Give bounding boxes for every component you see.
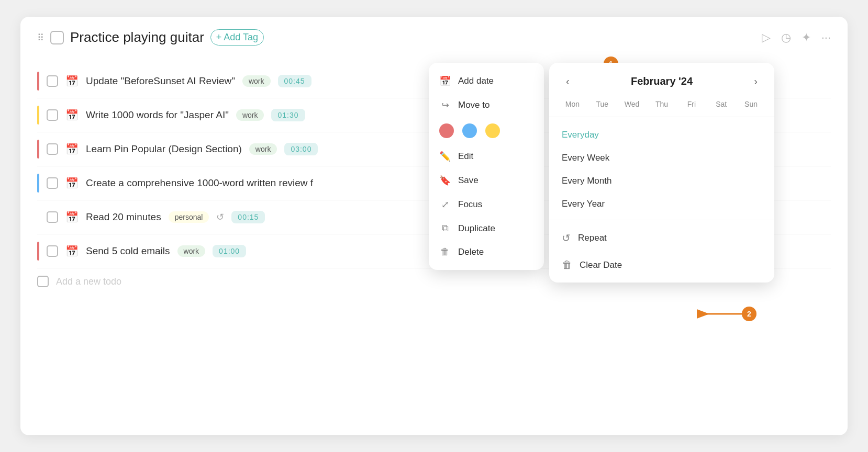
divider	[549, 117, 774, 117]
day-label-fri: Fri	[676, 98, 706, 110]
play-icon[interactable]: ▷	[762, 31, 771, 44]
repeat-option-every-year[interactable]: Every Year	[549, 193, 774, 216]
context-menu-save[interactable]: 🔖 Save	[429, 168, 544, 193]
context-menu-duplicate-label: Duplicate	[458, 223, 495, 234]
delete-icon: 🗑	[439, 246, 451, 257]
task-name: Create a comprehensive 1000-word written…	[86, 177, 313, 189]
task-time: 01:30	[271, 109, 305, 121]
day-label-thu: Thu	[647, 98, 677, 110]
drag-handle-icon[interactable]: ⠿	[37, 32, 44, 43]
repeat-label: Repeat	[578, 233, 607, 243]
calendar-add-icon: 📅	[439, 75, 451, 87]
calendar-icon: 📅	[65, 245, 79, 257]
add-todo-placeholder: Add a new todo	[56, 276, 121, 287]
repeat-option-everyday[interactable]: Everyday	[549, 123, 774, 146]
priority-bar	[37, 72, 39, 91]
calendar-days-header: Mon Tue Wed Thu Fri Sat Sun	[549, 94, 774, 112]
task-tag-personal[interactable]: personal	[169, 211, 209, 223]
clear-date-icon: 🗑	[562, 259, 572, 271]
color-picker-row	[429, 117, 544, 144]
context-menu-delete-label: Delete	[458, 247, 484, 257]
calendar-icon: 📅	[65, 177, 79, 189]
context-menu-move-to-label: Move to	[458, 100, 489, 110]
task-checkbox[interactable]	[47, 143, 58, 155]
color-dot-red[interactable]	[439, 123, 454, 138]
annotation-arrow-2: 2	[691, 303, 753, 324]
task-time: 00:45	[278, 75, 311, 87]
context-menu: 📅 Add date ↪ Move to ✏️ Edit 🔖 Save ⤢ Fo…	[429, 63, 544, 270]
calendar-icon: 📅	[65, 109, 79, 121]
task-checkbox[interactable]	[47, 75, 58, 87]
day-label-tue: Tue	[587, 98, 617, 110]
task-tag[interactable]: work	[177, 245, 206, 257]
repeat-option-every-month[interactable]: Every Month	[549, 170, 774, 193]
focus-icon: ⤢	[439, 199, 451, 210]
calendar-prev-button[interactable]: ‹	[562, 73, 574, 89]
repeat-icon: ↺	[216, 211, 224, 223]
task-checkbox[interactable]	[47, 211, 58, 223]
timer-icon[interactable]: ◷	[781, 31, 791, 44]
svg-point-2	[742, 307, 756, 321]
context-menu-duplicate[interactable]: ⧉ Duplicate	[429, 217, 544, 240]
task-checkbox[interactable]	[47, 109, 58, 121]
task-name: Learn Pin Popular (Design Section)	[86, 143, 242, 155]
task-time: 01:00	[213, 245, 246, 257]
context-menu-focus[interactable]: ⤢ Focus	[429, 193, 544, 217]
calendar-month-title: February '24	[631, 75, 693, 87]
task-checkbox[interactable]	[47, 245, 58, 257]
repeat-options: Everyday Every Week Every Month Every Ye…	[549, 121, 774, 220]
main-task-checkbox[interactable]	[50, 31, 64, 44]
calendar-icon: 📅	[65, 211, 79, 223]
calendar-repeat-button[interactable]: ↺ Repeat	[549, 224, 774, 252]
calendar-panel: ‹ February '24 › Mon Tue Wed Thu Fri Sat…	[549, 63, 774, 282]
task-time: 03:00	[284, 143, 318, 155]
context-menu-edit[interactable]: ✏️ Edit	[429, 144, 544, 168]
main-task-title: Practice playing guitar	[70, 29, 204, 46]
priority-bar	[37, 106, 39, 125]
calendar-clear-date-button[interactable]: 🗑 Clear Date	[549, 252, 774, 278]
calendar-bottom: ↺ Repeat 🗑 Clear Date	[549, 220, 774, 282]
day-label-sun: Sun	[736, 98, 766, 110]
day-label-mon: Mon	[558, 98, 587, 110]
task-tag[interactable]: work	[236, 109, 264, 121]
repeat-icon: ↺	[562, 232, 571, 244]
priority-bar	[37, 208, 39, 227]
duplicate-icon: ⧉	[439, 223, 451, 234]
task-tag[interactable]: work	[242, 75, 271, 87]
context-menu-edit-label: Edit	[458, 151, 473, 162]
task-tag[interactable]: work	[249, 143, 277, 155]
add-todo-checkbox[interactable]	[37, 276, 49, 287]
more-options-icon[interactable]: ···	[821, 31, 831, 44]
calendar-next-button[interactable]: ›	[750, 73, 762, 89]
calendar-header: ‹ February '24 ›	[549, 63, 774, 94]
edit-icon: ✏️	[439, 151, 451, 162]
header-row: ⠿ Practice playing guitar + Add Tag ▷ ◷ …	[37, 29, 831, 50]
add-tag-button[interactable]: + Add Tag	[210, 29, 264, 46]
sparkle-icon[interactable]: ✦	[802, 31, 811, 44]
priority-bar	[37, 242, 39, 261]
priority-bar	[37, 174, 39, 193]
task-name: Read 20 minutes	[86, 211, 161, 223]
color-dot-yellow[interactable]	[485, 123, 500, 138]
context-menu-add-date-label: Add date	[458, 76, 494, 86]
context-menu-focus-label: Focus	[458, 199, 482, 210]
task-checkbox[interactable]	[47, 177, 58, 189]
priority-bar	[37, 140, 39, 159]
context-menu-delete[interactable]: 🗑 Delete	[429, 240, 544, 264]
calendar-icon: 📅	[65, 75, 79, 87]
task-name: Update "BeforeSunset AI Review"	[86, 75, 235, 87]
repeat-option-every-week[interactable]: Every Week	[549, 146, 774, 170]
context-menu-move-to[interactable]: ↪ Move to	[429, 93, 544, 117]
task-name: Write 1000 words for "Jasper AI"	[86, 109, 229, 121]
task-name: Send 5 cold emails	[86, 245, 170, 257]
header-icons: ▷ ◷ ✦ ···	[762, 31, 831, 44]
svg-text:2: 2	[747, 310, 751, 318]
task-time: 00:15	[231, 211, 265, 223]
day-label-wed: Wed	[617, 98, 647, 110]
context-menu-add-date[interactable]: 📅 Add date	[429, 69, 544, 93]
color-dot-blue[interactable]	[462, 123, 477, 138]
context-menu-save-label: Save	[458, 175, 478, 186]
calendar-icon: 📅	[65, 143, 79, 155]
day-label-sat: Sat	[706, 98, 736, 110]
save-icon: 🔖	[439, 175, 451, 186]
